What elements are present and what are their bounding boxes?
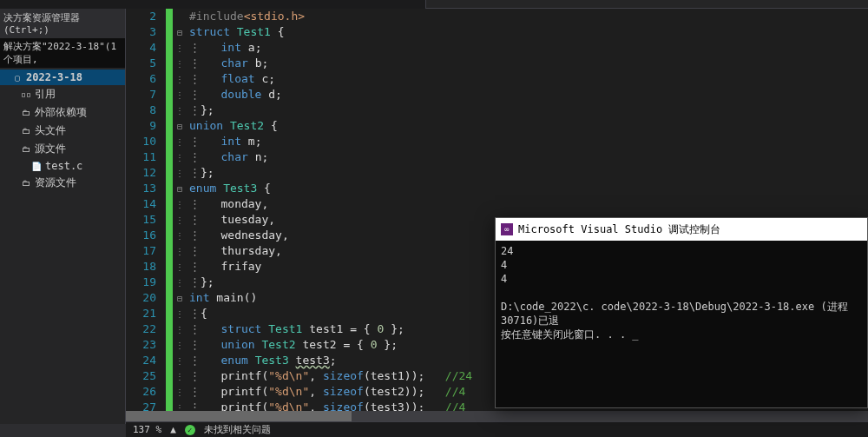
fold-toggle[interactable]: ⊟ [174, 181, 186, 196]
line-number: 20 [126, 290, 165, 306]
solution-explorer: 决方案资源管理器(Ctrl+;) 解决方案"2022-3-18"(1 个项目, … [0, 9, 126, 424]
debug-console-output[interactable]: 24 4 4 D:\code_2022\c. code\2022-3-18\De… [496, 241, 867, 345]
line-gutter: 2 3 4 5 6 7 8 9 10 11 12 13 14 15 16 17 … [126, 9, 165, 424]
debug-console-title: Microsoft Visual Studio 调试控制台 [518, 222, 720, 237]
issues-label[interactable]: 未找到相关问题 [204, 423, 271, 436]
change-bar [165, 9, 174, 424]
c-file-icon: 📄 [31, 161, 42, 171]
line-number: 8 [126, 103, 165, 118]
line-number: 15 [126, 212, 165, 228]
line-number: 10 [126, 134, 165, 149]
external-deps-label: 外部依赖项 [35, 105, 87, 120]
resource-files-label: 资源文件 [35, 175, 76, 190]
line-number: 25 [126, 368, 165, 384]
status-bar: 137 % ▲ ✓ 未找到相关问题 [126, 421, 868, 437]
line-number: 13 [126, 181, 165, 196]
line-number: 14 [126, 196, 165, 212]
scrollbar-thumb[interactable] [126, 411, 352, 421]
references-label: 引用 [35, 87, 56, 102]
source-files-label: 源文件 [35, 142, 66, 156]
project-node[interactable]: ▢2022-3-18 [0, 70, 125, 85]
line-number: 7 [126, 87, 165, 103]
line-number: 12 [126, 165, 165, 181]
status-ok-icon: ✓ [185, 425, 195, 435]
line-number: 11 [126, 149, 165, 165]
fold-toggle[interactable]: ⊟ [174, 24, 186, 40]
project-label: 2022-3-18 [26, 71, 82, 83]
line-number: 3 [126, 24, 165, 40]
references-node[interactable]: ▫▫引用 [0, 85, 125, 103]
line-number: 4 [126, 40, 165, 56]
line-number: 21 [126, 306, 165, 321]
solution-title[interactable]: 解决方案"2022-3-18"(1 个项目, [0, 38, 125, 68]
fold-toggle[interactable]: ⊟ [174, 290, 186, 306]
folder-icon: 🗀 [21, 126, 31, 136]
line-number: 17 [126, 243, 165, 259]
fold-gutter: ⊟ ⋮⋮⋮⋮⋮ ⊟ ⋮⋮⋮ ⊟ ⋮⋮⋮⋮⋮⋮ ⊟ ⋮⋮⋮⋮⋮⋮⋮⋮ [174, 9, 186, 424]
vs-icon: ∞ [501, 223, 513, 235]
line-number: 23 [126, 337, 165, 353]
folder-icon: 🗀 [21, 178, 31, 189]
debug-console-titlebar[interactable]: ∞ Microsoft Visual Studio 调试控制台 [496, 218, 867, 241]
line-number: 22 [126, 321, 165, 337]
line-number: 19 [126, 275, 165, 290]
horizontal-scrollbar[interactable] [126, 411, 868, 421]
header-files-node[interactable]: 🗀头文件 [0, 122, 125, 140]
project-icon: ▢ [12, 72, 23, 83]
line-number: 2 [126, 9, 165, 24]
resource-files-node[interactable]: 🗀资源文件 [0, 174, 125, 192]
line-number: 9 [126, 118, 165, 134]
solution-explorer-search[interactable]: 决方案资源管理器(Ctrl+;) [0, 9, 125, 38]
debug-console-window[interactable]: ∞ Microsoft Visual Studio 调试控制台 24 4 4 D… [495, 217, 868, 408]
folder-icon: 🗀 [21, 144, 31, 155]
line-number: 18 [126, 259, 165, 275]
file-label: test.c [45, 160, 82, 172]
references-icon: ▫▫ [21, 89, 31, 100]
fold-toggle[interactable]: ⊟ [174, 118, 186, 134]
line-number: 26 [126, 384, 165, 400]
zoom-level[interactable]: 137 % [133, 424, 161, 435]
source-files-node[interactable]: 🗀源文件 [0, 140, 125, 158]
cursor: _ [632, 328, 638, 341]
folder-icon: 🗀 [21, 108, 31, 118]
line-number: 16 [126, 228, 165, 243]
external-deps-node[interactable]: 🗀外部依赖项 [0, 103, 125, 122]
line-number: 6 [126, 71, 165, 87]
header-files-label: 头文件 [35, 123, 66, 138]
line-number: 5 [126, 56, 165, 71]
file-test-c[interactable]: 📄test.c [0, 158, 125, 174]
line-number: 24 [126, 353, 165, 368]
